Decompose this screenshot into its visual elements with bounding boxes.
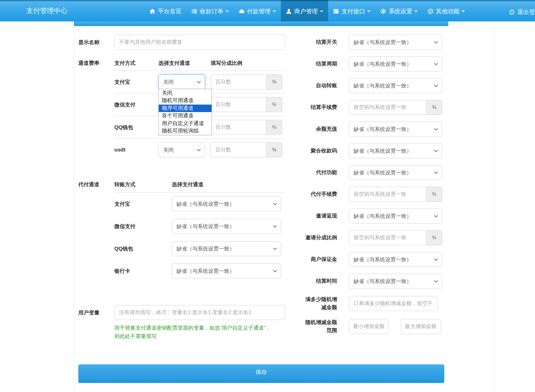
nav-item-merchant-mgmt[interactable]: 商户管理 [281, 0, 328, 21]
select-value: 缺省（与系统设置一致） [354, 82, 412, 89]
payout-alipay-select[interactable]: 缺省（与系统设置一致） [172, 196, 281, 211]
chevron-down-icon [434, 150, 438, 152]
chevron-down-icon [434, 258, 438, 261]
percent-addon: % [267, 142, 282, 157]
payout-channels-label: 代付通道 [78, 181, 109, 188]
chevron-down-icon [273, 11, 276, 12]
percent-addon: % [267, 120, 282, 135]
field-label: 随机增减金额范围 [304, 318, 337, 335]
aggregate-qr-select[interactable]: 缺省（与系统设置一致） [349, 143, 442, 158]
select-value: 缺省（与系统设置一致） [176, 201, 235, 208]
payout-method-label: 银行卡 [114, 268, 172, 275]
field-label: 代付手续费 [304, 190, 337, 198]
field-payout-fee: 代付手续费 % [304, 187, 442, 202]
rate-method-label: usdt [114, 147, 158, 153]
field-label: 满多少随机增减金额 [304, 295, 337, 312]
user-vars-input[interactable] [114, 305, 285, 320]
field-label: 结算时间 [304, 277, 337, 285]
select-value: 关闭 [163, 79, 174, 86]
field-auto-transfer: 自动转账 缺省（与系统设置一致） [304, 78, 442, 93]
dropdown-option[interactable]: 首个可用通道 [159, 112, 212, 119]
field-label: 结算周期 [304, 60, 337, 68]
dropdown-option[interactable]: 随机可用轮询组 [159, 127, 212, 135]
select-value: 缺省（与系统设置一致） [354, 39, 412, 46]
field-invite-share-ratio: 邀请分成比例 % [304, 230, 442, 245]
percent-addon: % [267, 74, 282, 89]
usdt-channel-select[interactable]: 关闭 [158, 142, 205, 157]
payout-bank-card-select[interactable]: 缺省（与系统设置一致） [172, 264, 281, 278]
nav-item-receive-orders[interactable]: 收款订单 [186, 0, 234, 21]
payout-row-bank-card: 银行卡 缺省（与系统设置一致） [114, 260, 285, 282]
settlement-cycle-select[interactable]: 缺省（与系统设置一致） [349, 56, 442, 71]
wechat-percent-input[interactable] [211, 97, 267, 112]
payout-qq-wallet-select[interactable]: 缺省（与系统设置一致） [172, 241, 281, 256]
qq-wallet-percent-input[interactable] [211, 120, 267, 135]
nav-item-payment-mgmt[interactable]: 付款管理 [234, 0, 281, 21]
dropdown-option-highlighted[interactable]: 顺序可用通道 [159, 105, 212, 112]
payout-fee-input[interactable] [349, 187, 427, 202]
chevron-down-icon [273, 203, 277, 205]
max-increase-input[interactable] [401, 319, 441, 334]
display-name-input[interactable] [114, 35, 285, 50]
app-brand: 支付管理中心 [26, 0, 67, 21]
payout-row-wechat: 微信支付 缺省（与系统设置一致） [114, 215, 285, 237]
usdt-percent-input[interactable] [211, 142, 267, 157]
nav-item-label: 平台首页 [158, 7, 181, 16]
settlement-switch-select[interactable]: 缺省（与系统设置一致） [349, 35, 442, 50]
dropdown-option[interactable]: 关闭 [159, 89, 212, 97]
merchant-deposit-select[interactable]: 缺省（与系统设置一致） [349, 252, 442, 267]
random-adjust-threshold-input[interactable] [349, 296, 437, 311]
nav-item-system-settings[interactable]: 系统设置 [375, 0, 423, 21]
select-value: 缺省（与系统设置一致） [354, 169, 412, 176]
nav-item-logout[interactable]: 退出登录 [509, 0, 535, 21]
save-button[interactable]: 保存 [78, 364, 444, 383]
nav-item-other-functions[interactable]: 其他功能 [423, 0, 470, 21]
select-value: 缺省（与系统设置一致） [176, 245, 235, 252]
auto-transfer-select[interactable]: 缺省（与系统设置一致） [349, 78, 442, 93]
field-merchant-deposit: 商户保证金 缺省（与系统设置一致） [304, 252, 442, 267]
payout-method-label: 支付宝 [114, 201, 172, 208]
nav-item-home[interactable]: 平台首页 [144, 0, 186, 21]
form-left-column: 显示名称 通道费率 支付方式 选择支付通道 填写分成比例 [78, 35, 285, 340]
dropdown-option[interactable]: 随机可用通道 [159, 97, 212, 104]
alipay-channel-select[interactable]: 关闭 [158, 74, 205, 89]
settlement-fee-input[interactable] [349, 100, 427, 115]
payout-channels-section: 代付通道 转账方式 选择支付通道 支付宝 缺省（与系统设置一致） [78, 181, 285, 282]
field-balance-recharge: 余额充值 缺省（与系统设置一致） [304, 122, 442, 137]
invite-rebate-select[interactable]: 缺省（与系统设置一致） [349, 209, 442, 223]
nav-item-label: 系统设置 [389, 7, 412, 16]
field-label: 商户保证金 [304, 255, 337, 264]
help-line-1: 用于替换支付通道密钥配置里面的变量，如选“用户自定义子通道”， [114, 324, 288, 332]
help-line-2: 则此处不需要填写 [114, 332, 288, 340]
settlement-time-select[interactable]: 缺省（与系统设置一致） [349, 274, 442, 289]
main-nav: 平台首页 收款订单 付款管理 商户管理 [144, 0, 470, 21]
invite-share-ratio-input[interactable] [349, 230, 427, 245]
rate-row-usdt: usdt 关闭 [114, 139, 285, 161]
field-label: 邀请返现 [304, 212, 337, 220]
rate-method-label: 微信支付 [114, 101, 158, 108]
gear-icon [380, 8, 386, 14]
field-label: 邀请分成比例 [304, 234, 337, 242]
dropdown-option[interactable]: 用户自定义子通道 [159, 120, 212, 127]
payout-wechat-select[interactable]: 缺省（与系统设置一致） [172, 219, 281, 234]
payout-function-select[interactable]: 缺省（与系统设置一致） [349, 165, 442, 180]
channel-rates-header: 支付方式 选择支付通道 填写分成比例 [114, 60, 285, 71]
nav-item-payment-api[interactable]: 支付接口 [328, 0, 375, 21]
chevron-down-icon [367, 11, 370, 12]
chevron-down-icon [434, 41, 438, 44]
field-random-adjust-threshold: 满多少随机增减金额 [304, 295, 442, 312]
min-increase-input[interactable] [349, 319, 388, 334]
alipay-percent-input[interactable] [211, 74, 267, 89]
payout-row-qq-wallet: QQ钱包 缺省（与系统设置一致） [114, 237, 285, 260]
channel-select-dropdown: 关闭 随机可用通道 顺序可用通道 首个可用通道 用户自定义子通道 随机可用轮询组 [158, 89, 212, 135]
chevron-down-icon [434, 128, 438, 131]
percent-addon: % [267, 97, 282, 112]
channel-rates-section: 通道费率 支付方式 选择支付通道 填写分成比例 支付宝 [78, 60, 285, 161]
field-settlement-fee: 结算手续费 % [304, 100, 442, 115]
select-value: 缺省（与系统设置一致） [354, 256, 412, 263]
nav-item-label: 支付接口 [341, 7, 365, 16]
display-name-row: 显示名称 [78, 35, 285, 50]
balance-recharge-select[interactable]: 缺省（与系统设置一致） [349, 122, 442, 137]
power-icon [509, 9, 515, 15]
col-transfer-method: 转账方式 [114, 181, 172, 188]
